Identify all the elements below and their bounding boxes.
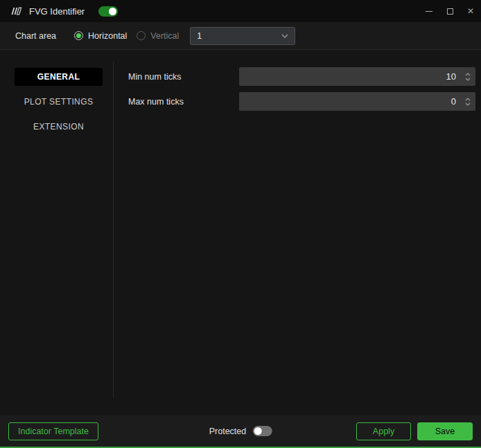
radio-horizontal-label: Horizontal	[88, 31, 127, 41]
radio-unselected-icon	[137, 31, 146, 40]
chart-area-label: Chart area	[15, 31, 56, 41]
minimize-icon	[426, 11, 432, 12]
min-num-ticks-field-wrap	[239, 67, 475, 86]
protected-toggle[interactable]	[252, 426, 272, 436]
close-icon: ✕	[467, 7, 474, 15]
save-button[interactable]: Save	[417, 422, 473, 440]
minimize-button[interactable]	[419, 0, 439, 22]
title-bar: FVG Identifier ✕	[0, 0, 481, 22]
close-button[interactable]: ✕	[460, 0, 481, 22]
chevron-down-icon	[281, 34, 288, 38]
spinner-down-icon	[466, 78, 470, 80]
settings-sidebar: GENERAL PLOT SETTINGS EXTENSION	[0, 50, 114, 415]
spinner-down-icon	[466, 103, 470, 105]
chart-area-dropdown-value: 1	[197, 31, 202, 41]
spinner-up-icon	[466, 73, 470, 75]
app-logo-icon	[8, 6, 24, 17]
min-num-ticks-label: Min num ticks	[128, 72, 239, 82]
maximize-icon	[447, 8, 453, 15]
sidebar-item-general[interactable]: GENERAL	[15, 68, 103, 86]
radio-dot	[76, 33, 81, 38]
protected-group: Protected	[209, 426, 272, 436]
indicator-template-button[interactable]: Indicator Template	[8, 422, 98, 440]
sidebar-item-extension[interactable]: EXTENSION	[15, 118, 103, 136]
footer-actions: Apply Save	[356, 422, 473, 440]
toggle-knob	[254, 427, 261, 435]
footer-bar: Indicator Template Protected Apply Save	[0, 415, 481, 447]
protected-label: Protected	[209, 427, 247, 436]
window-controls: ✕	[419, 0, 481, 22]
apply-button[interactable]: Apply	[356, 422, 411, 440]
max-num-ticks-input[interactable]	[239, 92, 475, 111]
max-num-ticks-stepper[interactable]	[464, 92, 472, 111]
indicator-enabled-toggle[interactable]	[98, 6, 118, 17]
radio-vertical[interactable]: Vertical	[137, 31, 179, 41]
settings-form: Min num ticks Max num ticks	[114, 50, 481, 415]
chart-area-dropdown[interactable]: 1	[190, 27, 295, 45]
radio-vertical-label: Vertical	[150, 31, 179, 41]
max-num-ticks-field-wrap	[239, 92, 475, 111]
radio-selected-icon	[74, 31, 83, 40]
window-title: FVG Identifier	[29, 6, 85, 17]
sidebar-divider	[113, 61, 114, 397]
spinner-up-icon	[466, 98, 470, 100]
maximize-button[interactable]	[439, 0, 460, 22]
toggle-knob	[109, 8, 116, 15]
min-num-ticks-stepper[interactable]	[464, 67, 472, 86]
min-num-ticks-input[interactable]	[239, 67, 475, 86]
max-num-ticks-label: Max num ticks	[128, 97, 239, 107]
chart-area-row: Chart area Horizontal Vertical 1	[0, 22, 481, 50]
sidebar-item-plot-settings[interactable]: PLOT SETTINGS	[15, 93, 103, 111]
indicator-settings-window: FVG Identifier ✕ Chart area Horizontal V…	[0, 0, 481, 448]
radio-horizontal[interactable]: Horizontal	[74, 31, 127, 41]
form-row-max-num-ticks: Max num ticks	[128, 92, 475, 111]
main-area: GENERAL PLOT SETTINGS EXTENSION Min num …	[0, 50, 481, 415]
form-row-min-num-ticks: Min num ticks	[128, 67, 475, 86]
